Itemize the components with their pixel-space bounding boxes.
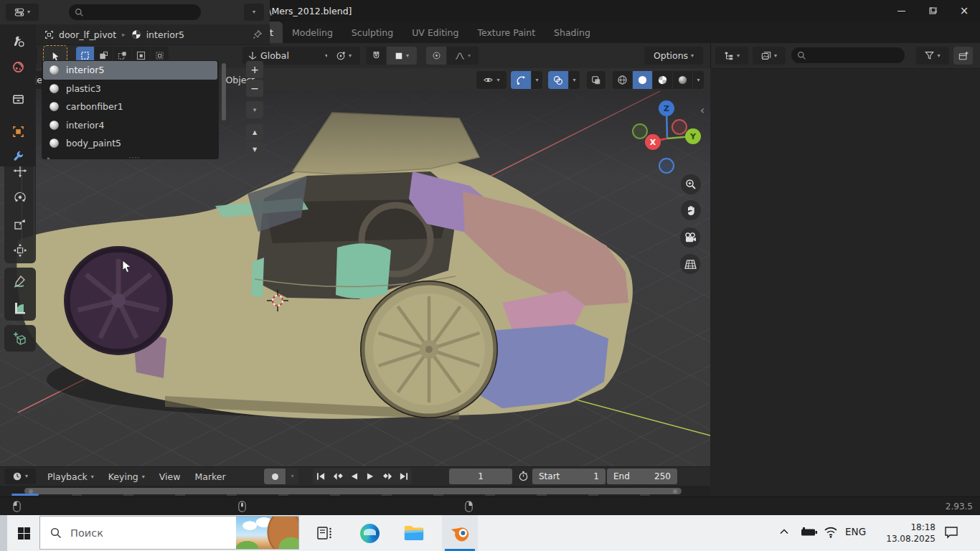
auto-key-dropdown[interactable]: ▾ [286, 468, 298, 484]
overlays-dropdown[interactable]: ▾ [569, 71, 580, 89]
desktop-peek-strip[interactable] [0, 515, 7, 551]
shading-wireframe-button[interactable] [613, 71, 632, 89]
gizmos-dropdown[interactable]: ▾ [532, 71, 542, 89]
xray-toggle[interactable] [587, 71, 606, 89]
start-button[interactable] [7, 515, 40, 551]
snap-magnet-toggle[interactable] [366, 47, 386, 65]
zoom-button[interactable] [681, 174, 701, 194]
menu-view[interactable]: View [152, 466, 188, 488]
snap-with-dropdown[interactable]: ▾ [387, 47, 417, 65]
battery-icon[interactable] [801, 527, 818, 537]
overlays-toggle[interactable] [548, 71, 568, 89]
timeline-scrub-strip[interactable] [0, 486, 710, 496]
blender-app-icon [450, 523, 470, 543]
play-button[interactable] [362, 468, 379, 484]
windows-taskbar: Поиск ENG 18:18 13.08.2025 [0, 515, 980, 551]
tool-scale[interactable] [4, 210, 36, 237]
auto-key-record-button[interactable] [264, 468, 286, 484]
mouse-cursor [122, 260, 133, 274]
blender-version: 2.93.5 [946, 501, 973, 512]
tab-modeling[interactable]: Modeling [283, 22, 342, 43]
tool-add-cube[interactable] [4, 325, 36, 352]
folder-icon [404, 524, 424, 542]
shading-dropdown[interactable]: ▾ [693, 71, 704, 89]
visibility-dropdown[interactable]: ▾ [476, 71, 507, 89]
frame-tick [175, 494, 185, 496]
outliner-header: ▾ ▾ ▾ [710, 43, 980, 69]
tool-rotate[interactable] [4, 184, 36, 210]
frame-tick [588, 494, 598, 496]
wifi-icon[interactable] [824, 526, 838, 538]
svg-text:Z: Z [664, 104, 669, 113]
tray-date: 13.08.2025 [877, 533, 936, 545]
navigation-gizmo[interactable]: Z Y X [623, 97, 709, 176]
timeline-scrollbar[interactable] [24, 488, 682, 494]
proportional-falloff-dropdown[interactable]: ▾ [447, 47, 479, 65]
tray-chevron-icon[interactable] [779, 527, 789, 536]
shading-solid-button[interactable] [633, 71, 652, 89]
tool-transform[interactable] [4, 237, 36, 263]
orthographic-toggle-button[interactable] [680, 254, 700, 274]
gizmo-group: ▾ [511, 71, 542, 89]
axis-neg-z [659, 159, 674, 173]
maximize-button[interactable] [917, 0, 948, 22]
outliner-search-input[interactable] [791, 47, 905, 63]
scrollbar-knob-right[interactable] [673, 489, 677, 494]
taskbar-search-box[interactable]: Поиск [39, 516, 299, 550]
menu-playback[interactable]: Playback▾ [40, 466, 101, 488]
clock-icon [12, 471, 22, 481]
new-collection-button[interactable] [953, 47, 973, 65]
tray-clock[interactable]: 18:18 13.08.2025 [877, 522, 936, 545]
edge-browser-button[interactable] [353, 515, 386, 551]
tab-shading[interactable]: Shading [545, 22, 600, 43]
frame-start-field[interactable]: Start1 [532, 468, 606, 484]
task-view-button[interactable] [308, 515, 341, 551]
search-highlight-image[interactable] [236, 517, 298, 549]
blender-app-button[interactable] [442, 515, 478, 551]
shading-material-button[interactable] [653, 71, 672, 89]
camera-icon [684, 232, 697, 243]
menu-keying[interactable]: Keying▾ [101, 466, 152, 488]
tab-texture-paint[interactable]: Texture Paint [468, 22, 545, 43]
sidebar-collapse-arrow[interactable]: ‹ [700, 104, 705, 117]
timeline-range-indicator [11, 494, 39, 496]
shading-rendered-button[interactable] [673, 71, 692, 89]
file-explorer-button[interactable] [397, 515, 430, 551]
frame-tick [278, 494, 288, 496]
svg-text:X: X [650, 138, 656, 147]
jump-to-start-button[interactable] [313, 468, 329, 484]
tab-uv-editing[interactable]: UV Editing [402, 22, 468, 43]
next-keyframe-button[interactable] [379, 468, 395, 484]
proportional-edit-toggle[interactable] [426, 47, 446, 65]
frame-tick [537, 494, 547, 496]
frame-end-field[interactable]: End250 [607, 468, 677, 484]
pan-button[interactable] [681, 200, 701, 220]
shading-group: ▾ [613, 71, 704, 89]
tab-sculpting[interactable]: Sculpting [342, 22, 402, 43]
grid-icon [684, 259, 697, 270]
tool-annotate[interactable] [4, 268, 36, 294]
tab-ani[interactable]: Ani [600, 22, 601, 43]
timeline-editor-type-button[interactable]: ▾ [4, 468, 36, 484]
outliner-editor-type-button[interactable]: ▾ [715, 47, 748, 65]
gizmos-toggle[interactable] [511, 71, 531, 89]
proportional-edit-group: ▾ [426, 47, 479, 65]
options-dropdown[interactable]: Options ▾ [644, 47, 703, 65]
filter-dropdown[interactable]: ▾ [916, 47, 949, 65]
camera-view-button[interactable] [680, 227, 700, 248]
outliner-display-mode-button[interactable]: ▾ [753, 47, 786, 65]
stopwatch-icon[interactable] [518, 471, 529, 481]
play-reverse-button[interactable] [346, 468, 362, 484]
jump-to-end-button[interactable] [395, 468, 412, 484]
tool-measure[interactable] [4, 294, 36, 321]
svg-text:Y: Y [689, 132, 697, 141]
minimize-button[interactable] [885, 0, 917, 22]
frame-tick [330, 494, 340, 496]
pivot-point-dropdown[interactable]: ▾ [327, 47, 360, 65]
prev-keyframe-button[interactable] [329, 468, 346, 484]
current-frame-field[interactable]: 1 [449, 468, 512, 484]
close-button[interactable]: × [948, 0, 980, 22]
language-indicator[interactable]: ENG [845, 526, 866, 537]
menu-marker[interactable]: Marker [187, 466, 232, 488]
notification-center-icon[interactable] [944, 526, 958, 539]
